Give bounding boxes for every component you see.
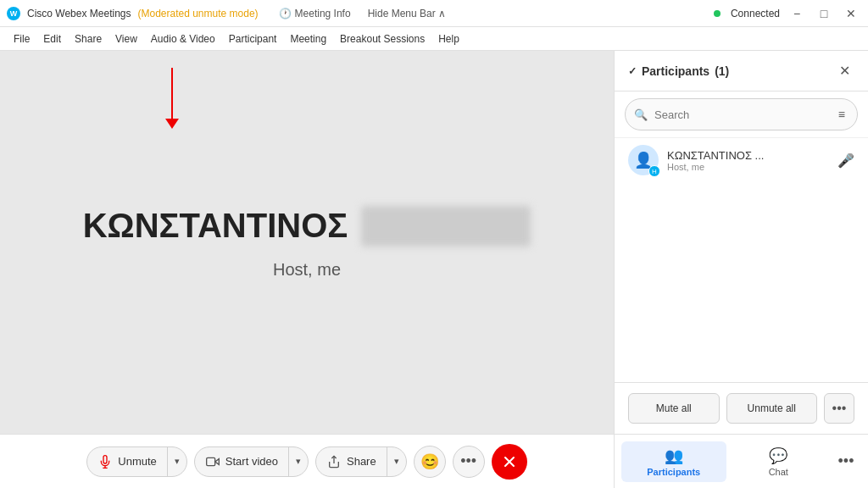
toolbar: Unmute ▾ Start video ▾ — [0, 434, 614, 488]
video-dropdown-btn[interactable]: ▾ — [289, 449, 308, 474]
arrow-line — [171, 68, 173, 119]
app-logo: W — [7, 7, 20, 20]
maximize-button[interactable]: □ — [814, 3, 834, 24]
filter-icon[interactable]: ≡ — [835, 104, 849, 125]
participant-info: ΚΩΝΣΤΑΝΤΙΝΟΣ ... Host, me — [667, 149, 829, 172]
moderated-label: (Moderated unmute mode) — [138, 8, 259, 19]
connected-indicator — [714, 10, 721, 17]
connected-text: Connected — [731, 8, 780, 19]
video-area: ΚΩΝΣΤΑΝΤΙΝΟΣ Host, me Unmute — [0, 51, 614, 488]
video-content: ΚΩΝΣΤΑΝΤΙΝΟΣ Host, me — [0, 51, 614, 434]
app-name: Cisco Webex Meetings — [27, 8, 131, 19]
arrow-head — [165, 119, 179, 129]
unmute-button-group[interactable]: Unmute ▾ — [86, 446, 187, 477]
panel-close-button[interactable]: ✕ — [834, 61, 854, 81]
participant-name-text: ΚΩΝΣΤΑΝΤΙΝΟΣ ... — [667, 149, 829, 162]
muted-icon: 🎤 — [837, 152, 854, 169]
menu-share[interactable]: Share — [68, 30, 108, 48]
chat-tab-label: Chat — [769, 467, 788, 477]
share-dropdown-btn[interactable]: ▾ — [387, 449, 406, 474]
tab-chat[interactable]: 💬 Chat — [726, 441, 832, 482]
participant-role-text: Host, me — [667, 162, 829, 172]
tab-participants[interactable]: 👥 Participants — [621, 441, 726, 482]
panel-title: ✓ Participants (1) — [628, 64, 729, 78]
main-area: ΚΩΝΣΤΑΝΤΙΝΟΣ Host, me Unmute — [0, 51, 868, 488]
search-box: 🔍 ≡ — [625, 98, 858, 130]
share-icon — [326, 454, 342, 469]
mic-icon — [97, 454, 113, 469]
panel-more-button[interactable]: ••• — [824, 393, 854, 424]
name-blur — [361, 206, 531, 247]
unmute-dropdown-btn[interactable]: ▾ — [168, 449, 186, 474]
menu-bar: File Edit Share View Audio & Video Parti… — [0, 27, 868, 51]
menu-participant[interactable]: Participant — [222, 30, 284, 48]
menu-help[interactable]: Help — [431, 30, 466, 48]
emoji-button[interactable]: 😊 — [414, 446, 446, 478]
menu-breakout-sessions[interactable]: Breakout Sessions — [333, 30, 431, 48]
share-button-group[interactable]: Share ▾ — [315, 446, 407, 477]
participants-tab-label: Participants — [647, 467, 700, 477]
panel-header: ✓ Participants (1) ✕ — [615, 51, 868, 92]
search-input[interactable] — [654, 108, 828, 121]
menu-file[interactable]: File — [7, 30, 36, 48]
close-button[interactable]: ✕ — [841, 3, 861, 24]
participant-item[interactable]: 👤 H ΚΩΝΣΤΑΝΤΙΝΟΣ ... Host, me 🎤 — [615, 138, 868, 182]
tabs-more-button[interactable]: ••• — [831, 452, 861, 470]
participant-display-name: ΚΩΝΣΤΑΝΤΙΝΟΣ — [83, 206, 531, 247]
end-call-button[interactable] — [492, 444, 527, 480]
minimize-button[interactable]: − — [787, 3, 807, 24]
start-video-main-btn[interactable]: Start video — [195, 447, 289, 476]
mute-all-button[interactable]: Mute all — [628, 393, 720, 424]
svg-rect-3 — [206, 458, 214, 465]
video-icon — [205, 454, 220, 469]
start-video-button-group[interactable]: Start video ▾ — [194, 446, 309, 477]
hide-menu-bar-btn[interactable]: Hide Menu Bar ∧ — [368, 8, 446, 19]
share-main-btn[interactable]: Share — [316, 447, 387, 476]
unmute-main-btn[interactable]: Unmute — [87, 447, 168, 476]
panel-bottom-tabs: 👥 Participants 💬 Chat ••• — [615, 434, 868, 488]
menu-audio-video[interactable]: Audio & Video — [144, 30, 222, 48]
panel-footer: Mute all Unmute all ••• — [615, 382, 868, 434]
meeting-info-btn[interactable]: 🕐 Meeting Info — [279, 8, 351, 19]
menu-meeting[interactable]: Meeting — [283, 30, 333, 48]
title-bar: W Cisco Webex Meetings (Moderated unmute… — [0, 0, 868, 27]
chat-tab-icon: 💬 — [769, 446, 787, 465]
more-options-button[interactable]: ••• — [453, 446, 485, 478]
search-icon: 🔍 — [634, 108, 648, 121]
arrow-annotation — [165, 68, 179, 129]
host-badge: H — [648, 165, 660, 177]
svg-marker-2 — [214, 458, 219, 464]
participant-role: Host, me — [273, 260, 341, 280]
unmute-all-button[interactable]: Unmute all — [726, 393, 818, 424]
participant-list: 👤 H ΚΩΝΣΤΑΝΤΙΝΟΣ ... Host, me 🎤 — [615, 138, 868, 382]
menu-view[interactable]: View — [108, 30, 144, 48]
participants-tab-icon: 👥 — [665, 446, 683, 465]
avatar: 👤 H — [628, 145, 659, 175]
participants-panel: ✓ Participants (1) ✕ 🔍 ≡ 👤 H ΚΩΝΣΤΑΝΤΙΝΟ… — [614, 51, 868, 488]
panel-search-area: 🔍 ≡ — [615, 92, 868, 138]
menu-edit[interactable]: Edit — [36, 30, 68, 48]
